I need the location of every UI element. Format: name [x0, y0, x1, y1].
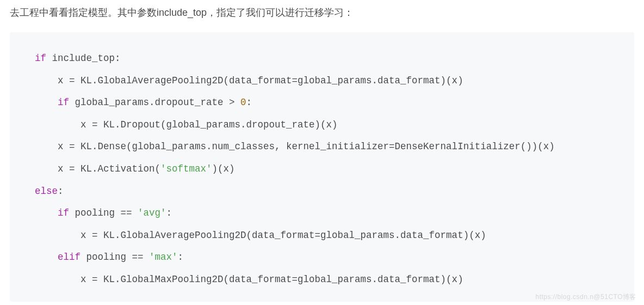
code-line: x = KL.Dropout(global_params.dropout_rat…: [35, 114, 623, 136]
code-line: x = KL.Activation('softmax')(x): [35, 158, 623, 180]
keyword-else: else: [35, 186, 58, 197]
string-literal: 'softmax': [160, 163, 212, 174]
code-text: [35, 252, 58, 263]
code-block: if include_top: x = KL.GlobalAveragePool…: [10, 32, 634, 302]
code-line: if pooling == 'avg':: [35, 202, 623, 224]
keyword-if: if: [58, 97, 69, 108]
code-text: pooling ==: [81, 252, 149, 263]
code-text: :: [166, 208, 172, 218]
code-text: :: [58, 186, 64, 197]
code-line: x = KL.GlobalAveragePooling2D(data_forma…: [35, 70, 623, 92]
keyword-elif: elif: [58, 252, 81, 263]
keyword-if: if: [58, 208, 69, 218]
code-text: :: [246, 97, 252, 108]
code-text: global_params.dropout_rate >: [69, 97, 240, 108]
code-line: elif pooling == 'max':: [35, 246, 623, 269]
code-line: if global_params.dropout_rate > 0:: [35, 91, 623, 114]
code-line: if include_top:: [35, 47, 623, 70]
watermark-text: https://blog.csdn.n@51CTO博客: [535, 292, 636, 302]
code-text: )(x): [212, 163, 235, 174]
code-line: x = KL.Dense(global_params.num_classes, …: [35, 136, 623, 158]
code-text: :: [178, 252, 184, 263]
code-text: pooling ==: [69, 208, 138, 218]
keyword-if: if: [35, 53, 46, 64]
code-line: x = KL.GlobalAveragePooling2D(data_forma…: [35, 224, 623, 247]
intro-text: 去工程中看看指定模型。其中参数include_top，指定了我们可以进行迁移学习…: [10, 5, 634, 20]
code-text: x = KL.Activation(: [35, 163, 160, 174]
code-line: else:: [35, 180, 623, 203]
number-literal: 0: [240, 97, 246, 108]
code-text: [35, 97, 58, 108]
string-literal: 'avg': [138, 208, 166, 218]
code-text: [35, 208, 58, 218]
code-line: x = KL.GlobalMaxPooling2D(data_format=gl…: [35, 269, 623, 291]
code-text: include_top:: [46, 53, 121, 64]
string-literal: 'max': [149, 252, 178, 263]
